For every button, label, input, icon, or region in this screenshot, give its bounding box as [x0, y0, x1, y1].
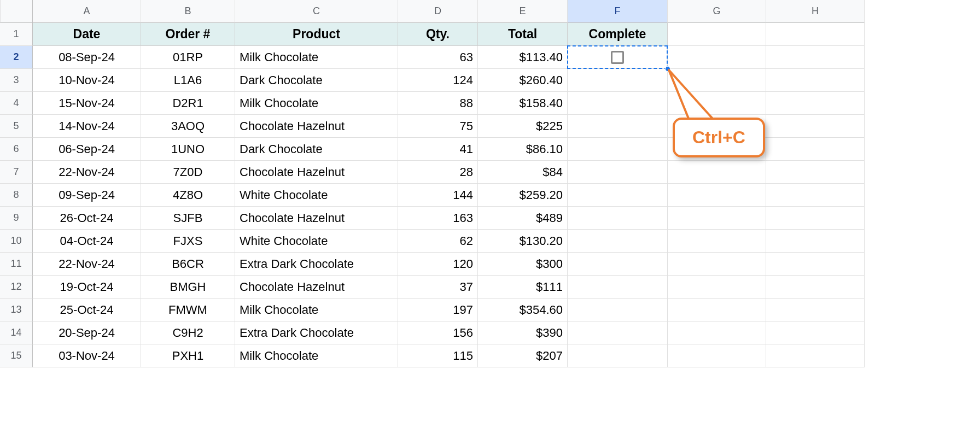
cell-E6[interactable]: $86.10: [478, 138, 568, 161]
row-header-3[interactable]: 3: [0, 69, 33, 92]
checkbox-icon[interactable]: [611, 51, 624, 64]
cell-D5[interactable]: 75: [398, 115, 478, 138]
row-header-5[interactable]: 5: [0, 115, 33, 138]
row-header-8[interactable]: 8: [0, 184, 33, 207]
select-all-corner[interactable]: [0, 0, 33, 23]
cell-C2[interactable]: Milk Chocolate: [235, 46, 398, 69]
cell-A12[interactable]: 19-Oct-24: [33, 276, 141, 299]
row-header-9[interactable]: 9: [0, 207, 33, 230]
cell-A5[interactable]: 14-Nov-24: [33, 115, 141, 138]
column-header-D[interactable]: D: [398, 0, 478, 23]
cell-B1[interactable]: Order #: [141, 23, 235, 46]
cell-E15[interactable]: $207: [478, 344, 568, 367]
cell-D7[interactable]: 28: [398, 161, 478, 184]
cell-E12[interactable]: $111: [478, 276, 568, 299]
row-header-13[interactable]: 13: [0, 299, 33, 321]
cell-E9[interactable]: $489: [478, 207, 568, 230]
column-header-H[interactable]: H: [766, 0, 865, 23]
cell-F3[interactable]: [568, 69, 668, 92]
cell-A3[interactable]: 10-Nov-24: [33, 69, 141, 92]
cell-F12[interactable]: [568, 276, 668, 299]
cell-A1[interactable]: Date: [33, 23, 141, 46]
column-header-F[interactable]: F: [568, 0, 668, 23]
cell-D1[interactable]: Qty.: [398, 23, 478, 46]
cell-H11[interactable]: [766, 253, 865, 276]
cell-A15[interactable]: 03-Nov-24: [33, 344, 141, 367]
row-header-6[interactable]: 6: [0, 138, 33, 161]
row-header-11[interactable]: 11: [0, 253, 33, 276]
cell-D2[interactable]: 63: [398, 46, 478, 69]
cell-B4[interactable]: D2R1: [141, 92, 235, 115]
cell-F14[interactable]: [568, 321, 668, 344]
cell-D6[interactable]: 41: [398, 138, 478, 161]
row-header-4[interactable]: 4: [0, 92, 33, 115]
cell-F1[interactable]: Complete: [568, 23, 668, 46]
cell-C12[interactable]: Chocolate Hazelnut: [235, 276, 398, 299]
cell-D13[interactable]: 197: [398, 299, 478, 321]
cell-C14[interactable]: Extra Dark Chocolate: [235, 321, 398, 344]
cell-H2[interactable]: [766, 46, 865, 69]
cell-G4[interactable]: [668, 92, 766, 115]
cell-H4[interactable]: [766, 92, 865, 115]
cell-B11[interactable]: B6CR: [141, 253, 235, 276]
cell-C1[interactable]: Product: [235, 23, 398, 46]
column-header-C[interactable]: C: [235, 0, 398, 23]
cell-C10[interactable]: White Chocolate: [235, 230, 398, 253]
cell-F13[interactable]: [568, 299, 668, 321]
cell-E4[interactable]: $158.40: [478, 92, 568, 115]
cell-H9[interactable]: [766, 207, 865, 230]
cell-D9[interactable]: 163: [398, 207, 478, 230]
cell-B6[interactable]: 1UNO: [141, 138, 235, 161]
cell-E10[interactable]: $130.20: [478, 230, 568, 253]
cell-E5[interactable]: $225: [478, 115, 568, 138]
cell-G14[interactable]: [668, 321, 766, 344]
cell-D12[interactable]: 37: [398, 276, 478, 299]
cell-H8[interactable]: [766, 184, 865, 207]
cell-H10[interactable]: [766, 230, 865, 253]
row-header-7[interactable]: 7: [0, 161, 33, 184]
row-header-15[interactable]: 15: [0, 344, 33, 367]
cell-A10[interactable]: 04-Oct-24: [33, 230, 141, 253]
spreadsheet-grid[interactable]: ABCDEFGH1DateOrder #ProductQty.TotalComp…: [0, 0, 980, 367]
cell-C6[interactable]: Dark Chocolate: [235, 138, 398, 161]
row-header-2[interactable]: 2: [0, 46, 33, 69]
cell-G10[interactable]: [668, 230, 766, 253]
cell-H1[interactable]: [766, 23, 865, 46]
cell-F6[interactable]: [568, 138, 668, 161]
cell-B7[interactable]: 7Z0D: [141, 161, 235, 184]
cell-E11[interactable]: $300: [478, 253, 568, 276]
cell-G8[interactable]: [668, 184, 766, 207]
cell-F11[interactable]: [568, 253, 668, 276]
cell-B15[interactable]: PXH1: [141, 344, 235, 367]
cell-C13[interactable]: Milk Chocolate: [235, 299, 398, 321]
cell-B8[interactable]: 4Z8O: [141, 184, 235, 207]
cell-C8[interactable]: White Chocolate: [235, 184, 398, 207]
cell-A11[interactable]: 22-Nov-24: [33, 253, 141, 276]
cell-A14[interactable]: 20-Sep-24: [33, 321, 141, 344]
column-header-A[interactable]: A: [33, 0, 141, 23]
cell-D4[interactable]: 88: [398, 92, 478, 115]
cell-C9[interactable]: Chocolate Hazelnut: [235, 207, 398, 230]
cell-E3[interactable]: $260.40: [478, 69, 568, 92]
cell-H7[interactable]: [766, 161, 865, 184]
cell-C4[interactable]: Milk Chocolate: [235, 92, 398, 115]
cell-G6[interactable]: [668, 138, 766, 161]
cell-E7[interactable]: $84: [478, 161, 568, 184]
cell-G15[interactable]: [668, 344, 766, 367]
cell-A2[interactable]: 08-Sep-24: [33, 46, 141, 69]
cell-B2[interactable]: 01RP: [141, 46, 235, 69]
cell-G11[interactable]: [668, 253, 766, 276]
cell-H5[interactable]: [766, 115, 865, 138]
cell-A4[interactable]: 15-Nov-24: [33, 92, 141, 115]
cell-B14[interactable]: C9H2: [141, 321, 235, 344]
cell-F10[interactable]: [568, 230, 668, 253]
cell-A9[interactable]: 26-Oct-24: [33, 207, 141, 230]
cell-D11[interactable]: 120: [398, 253, 478, 276]
cell-B5[interactable]: 3AOQ: [141, 115, 235, 138]
cell-E8[interactable]: $259.20: [478, 184, 568, 207]
cell-F7[interactable]: [568, 161, 668, 184]
row-header-12[interactable]: 12: [0, 276, 33, 299]
cell-B12[interactable]: BMGH: [141, 276, 235, 299]
cell-H3[interactable]: [766, 69, 865, 92]
cell-F9[interactable]: [568, 207, 668, 230]
